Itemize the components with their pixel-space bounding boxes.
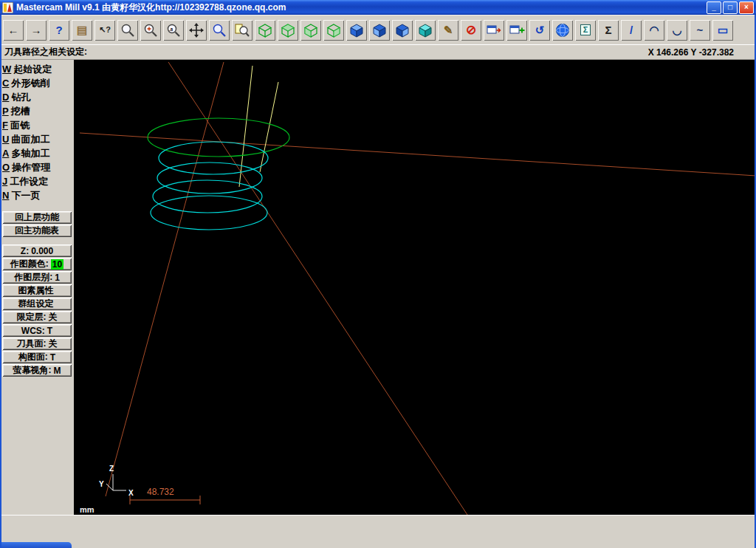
- draw-color-button[interactable]: 作图颜色:10: [2, 258, 72, 270]
- axis-indicator: Z Y X: [99, 465, 134, 497]
- gview-iso3-icon[interactable]: [300, 20, 321, 41]
- construction-lines: [80, 62, 756, 515]
- sketch-icon[interactable]: ✎: [438, 20, 458, 41]
- close-button[interactable]: ×: [739, 1, 754, 14]
- gview-iso1-icon[interactable]: [255, 20, 275, 41]
- hotkey: J: [2, 176, 7, 187]
- hotkey: A: [2, 148, 9, 159]
- gview-iso4-icon[interactable]: [323, 20, 344, 41]
- sidebar-item-next-page[interactable]: N下一页: [0, 188, 74, 202]
- tool-plane-button[interactable]: 刀具面:关: [2, 338, 72, 350]
- sidebar-item-start-setup[interactable]: W起始设定: [0, 62, 74, 76]
- rect-icon[interactable]: ▭: [712, 20, 733, 41]
- hotkey: N: [2, 190, 9, 201]
- drawing-area: Z Y X 48.732 mm: [74, 60, 756, 515]
- zoom-select-icon[interactable]: [209, 20, 230, 41]
- menu-label: 操作管理: [12, 162, 50, 173]
- gview-iso2-icon[interactable]: [278, 20, 298, 41]
- hotkey: O: [2, 162, 10, 173]
- repaint-icon[interactable]: [232, 20, 252, 41]
- screen-blank-icon[interactable]: [484, 20, 504, 41]
- help-icon[interactable]: ?: [49, 20, 69, 41]
- status-label: 限定层:: [17, 311, 47, 323]
- screen-next-icon[interactable]: [506, 20, 527, 41]
- prompt-bar: 刀具路径之相关设定: X 146.266 Y -327.382: [0, 44, 756, 60]
- sidebar-item-multiaxis[interactable]: A多轴加工: [0, 146, 74, 160]
- sidebar-item-operations[interactable]: O操作管理: [0, 160, 74, 174]
- zoom-scale-icon[interactable]: .8: [163, 20, 184, 41]
- sidebar-item-pocket[interactable]: P挖槽: [0, 104, 74, 118]
- zoom-icon[interactable]: [117, 20, 138, 41]
- undo-icon[interactable]: ↺: [529, 20, 550, 41]
- gview-front-icon[interactable]: [369, 20, 390, 41]
- x-axis-label: X: [128, 489, 134, 497]
- wcs-button[interactable]: WCS:T: [2, 324, 72, 337]
- line-icon[interactable]: /: [621, 20, 642, 41]
- construction-plane-button[interactable]: 构图面:T: [2, 351, 72, 363]
- back-icon[interactable]: ←: [3, 20, 24, 41]
- dimension-value: 48.732: [147, 487, 174, 497]
- menu-label: 工作设定: [10, 176, 48, 187]
- graphics-viewport[interactable]: Z Y X 48.732 mm: [74, 60, 756, 515]
- status-label: WCS:: [21, 326, 45, 336]
- back-menu-button[interactable]: 回上层功能: [2, 211, 72, 224]
- group-button[interactable]: 群组设定: [2, 298, 72, 310]
- restore-button[interactable]: □: [723, 1, 738, 14]
- gview-iso-solid-icon[interactable]: [415, 20, 436, 41]
- window-edge-left: [0, 15, 1, 548]
- status-value: 1: [55, 273, 60, 283]
- cursor-coordinates: X 146.266 Y -327.382: [648, 47, 734, 58]
- sidebar-item-face-mill[interactable]: F面铣: [0, 118, 74, 132]
- spline-icon[interactable]: ~: [690, 20, 710, 41]
- sidebar-item-surface[interactable]: U曲面加工: [0, 132, 74, 146]
- taskbar-fragment: [0, 542, 72, 548]
- menu-label: 下一页: [11, 190, 40, 201]
- sidebar-item-drill[interactable]: D钻孔: [0, 90, 74, 104]
- status-label: Z:: [21, 246, 29, 256]
- hotkey: F: [2, 120, 8, 131]
- status-label: 图素属性: [18, 284, 54, 297]
- sidebar-item-job-setup[interactable]: J工作设定: [0, 174, 74, 188]
- limit-level-button[interactable]: 限定层:关: [2, 311, 72, 323]
- status-value: 0.000: [31, 246, 53, 256]
- draw-level-button[interactable]: 作图层别:1: [2, 271, 72, 284]
- pan-icon[interactable]: [186, 20, 207, 41]
- gview-side-icon[interactable]: [392, 20, 413, 41]
- menu-label: 外形铣削: [11, 78, 49, 89]
- title-bar[interactable]: Mastercam Mill v9.1 由黄籽华汉化http://1023927…: [0, 0, 756, 15]
- cursor-help-icon[interactable]: ↖?: [94, 20, 115, 41]
- hotkey: C: [2, 78, 9, 89]
- gview-top-icon[interactable]: [346, 20, 367, 41]
- status-value: 10: [51, 259, 63, 270]
- stats-icon[interactable]: Σ: [575, 20, 596, 41]
- mastercam-window: Mastercam Mill v9.1 由黄籽华汉化http://1023927…: [0, 0, 756, 548]
- status-label: 作图层别:: [14, 271, 52, 284]
- hotkey: D: [2, 92, 9, 103]
- menu-label: 起始设定: [13, 64, 52, 75]
- sidebar-item-contour[interactable]: C外形铣削: [0, 76, 74, 90]
- status-label: 构图面:: [18, 351, 48, 363]
- units-label: mm: [80, 505, 94, 514]
- forward-icon[interactable]: →: [26, 20, 47, 41]
- svg-text:.8: .8: [169, 27, 173, 31]
- gview-button[interactable]: 萤幕视角:M: [2, 364, 72, 377]
- menu-sidebar: W起始设定 C外形铣削 D钻孔 P挖槽 F面铣 U曲面加工 A多轴加工 O操作管…: [0, 60, 74, 515]
- z-depth-button[interactable]: Z:0.000: [2, 244, 72, 257]
- analyze-icon[interactable]: ▤: [72, 20, 92, 41]
- zoom-in-icon[interactable]: [140, 20, 161, 41]
- z-axis-label: Z: [109, 465, 114, 473]
- globe-icon[interactable]: [552, 20, 573, 41]
- status-value: M: [54, 366, 61, 376]
- main-menu-button[interactable]: 回主功能表: [2, 225, 72, 237]
- menu-label: 多轴加工: [11, 148, 49, 159]
- hotkey: W: [2, 64, 11, 75]
- minimize-button[interactable]: _: [707, 1, 721, 14]
- delete-icon[interactable]: ⊘: [461, 20, 481, 41]
- status-value: 关: [49, 311, 58, 323]
- arc-down-icon[interactable]: ◡: [667, 20, 687, 41]
- menu-label: 挖槽: [11, 106, 30, 117]
- hotkey: U: [2, 134, 9, 145]
- sigma-icon[interactable]: Σ: [598, 20, 619, 41]
- arc-icon[interactable]: ◠: [644, 20, 664, 41]
- attributes-button[interactable]: 图素属性: [2, 284, 72, 297]
